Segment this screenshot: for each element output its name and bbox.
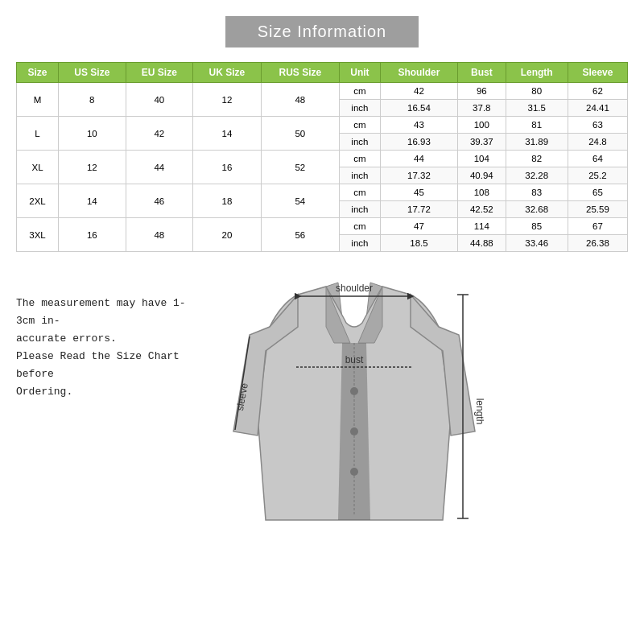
cell-rus: 52 (261, 151, 339, 184)
cell-length: 81 (506, 117, 568, 134)
size-table-wrapper: Size US Size EU Size UK Size RUS Size Un… (16, 62, 628, 252)
cell-length: 82 (506, 151, 568, 167)
col-eu-size: EU Size (126, 63, 193, 83)
cell-uk: 18 (193, 184, 262, 218)
cell-sleeve: 64 (568, 151, 627, 167)
cell-length: 32.68 (506, 201, 568, 218)
note-line3: Please Read the Size Chart before (16, 348, 193, 383)
title-box: Size Information (225, 16, 419, 47)
cell-bust: 100 (458, 117, 506, 134)
table-row: M8401248cm42968062 (17, 83, 628, 100)
cell-eu: 40 (126, 83, 193, 117)
cell-length: 32.28 (506, 167, 568, 184)
cell-eu: 42 (126, 117, 193, 151)
col-sleeve: Sleeve (568, 63, 627, 83)
cell-shoulder: 18.5 (380, 235, 457, 252)
cell-rus: 56 (261, 218, 339, 252)
cell-shoulder: 44 (380, 151, 457, 167)
cell-sleeve: 67 (568, 218, 627, 235)
col-uk-size: UK Size (193, 63, 262, 83)
cell-eu: 46 (126, 184, 193, 218)
cell-length: 83 (506, 184, 568, 201)
cell-uk: 14 (193, 117, 262, 151)
cell-length: 31.5 (506, 100, 568, 117)
cell-uk: 12 (193, 83, 262, 117)
cell-shoulder: 47 (380, 218, 457, 235)
cell-unit: inch (339, 134, 380, 151)
cell-unit: cm (339, 151, 380, 167)
svg-text:length: length (474, 398, 485, 425)
cell-sleeve: 24.41 (568, 100, 627, 117)
cell-us: 12 (59, 151, 126, 184)
cell-sleeve: 65 (568, 184, 627, 201)
table-header-row: Size US Size EU Size UK Size RUS Size Un… (17, 63, 628, 83)
cell-sleeve: 25.2 (568, 167, 627, 184)
cell-shoulder: 16.93 (380, 134, 457, 151)
cell-unit: inch (339, 100, 380, 117)
note-line2: accurate errors. (16, 330, 193, 348)
table-row: 3XL16482056cm471148567 (17, 218, 628, 235)
cell-us: 16 (59, 218, 126, 252)
cell-bust: 42.52 (458, 201, 506, 218)
col-length: Length (506, 63, 568, 83)
svg-text:shoulder: shoulder (336, 283, 373, 294)
table-row: XL12441652cm441048264 (17, 151, 628, 167)
col-bust: Bust (458, 63, 506, 83)
cell-rus: 54 (261, 184, 339, 218)
cell-bust: 104 (458, 151, 506, 167)
col-rus-size: RUS Size (261, 63, 339, 83)
cell-shoulder: 16.54 (380, 100, 457, 117)
cell-bust: 40.94 (458, 167, 506, 184)
page-wrapper: Size Information Size US Size EU Size UK… (0, 0, 644, 644)
cell-sleeve: 63 (568, 117, 627, 134)
cell-unit: cm (339, 218, 380, 235)
coat-svg: shoulder bust sleeve length (201, 270, 507, 544)
cell-eu: 44 (126, 151, 193, 184)
col-unit: Unit (339, 63, 380, 83)
col-size: Size (17, 63, 59, 83)
note-line1: The measurement may have 1-3cm in- (16, 295, 193, 330)
cell-uk: 20 (193, 218, 262, 252)
col-shoulder: Shoulder (380, 63, 457, 83)
cell-shoulder: 17.32 (380, 167, 457, 184)
cell-unit: cm (339, 117, 380, 134)
cell-shoulder: 17.72 (380, 201, 457, 218)
table-row: L10421450cm431008163 (17, 117, 628, 134)
cell-size: M (17, 83, 59, 117)
coat-diagram: shoulder bust sleeve length (201, 270, 628, 544)
cell-us: 10 (59, 117, 126, 151)
cell-length: 85 (506, 218, 568, 235)
cell-length: 33.46 (506, 235, 568, 252)
cell-uk: 16 (193, 151, 262, 184)
note-text: The measurement may have 1-3cm in- accur… (16, 270, 193, 402)
cell-bust: 37.8 (458, 100, 506, 117)
cell-bust: 96 (458, 83, 506, 100)
cell-us: 14 (59, 184, 126, 218)
cell-eu: 48 (126, 218, 193, 252)
cell-unit: inch (339, 235, 380, 252)
cell-unit: inch (339, 201, 380, 218)
table-row: 2XL14461854cm451088365 (17, 184, 628, 201)
cell-sleeve: 62 (568, 83, 627, 100)
svg-text:bust: bust (345, 354, 364, 365)
cell-rus: 48 (261, 83, 339, 117)
cell-size: 3XL (17, 218, 59, 252)
cell-length: 80 (506, 83, 568, 100)
note-line4: Ordering. (16, 383, 193, 401)
cell-bust: 44.88 (458, 235, 506, 252)
cell-bust: 39.37 (458, 134, 506, 151)
cell-unit: cm (339, 184, 380, 201)
col-us-size: US Size (59, 63, 126, 83)
page-title: Size Information (258, 23, 387, 40)
cell-shoulder: 43 (380, 117, 457, 134)
cell-sleeve: 24.8 (568, 134, 627, 151)
cell-size: L (17, 117, 59, 151)
cell-sleeve: 26.38 (568, 235, 627, 252)
cell-bust: 114 (458, 218, 506, 235)
cell-unit: inch (339, 167, 380, 184)
bottom-section: The measurement may have 1-3cm in- accur… (16, 270, 628, 544)
size-table: Size US Size EU Size UK Size RUS Size Un… (16, 62, 628, 252)
cell-size: XL (17, 151, 59, 184)
cell-sleeve: 25.59 (568, 201, 627, 218)
cell-bust: 108 (458, 184, 506, 201)
